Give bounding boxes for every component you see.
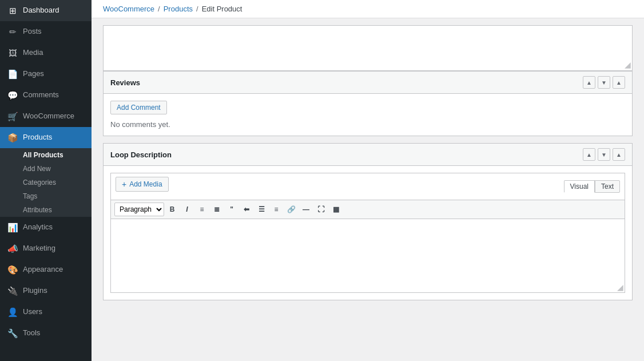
sidebar-label-appearance: Appearance: [23, 264, 63, 275]
loop-collapse-down[interactable]: ▼: [598, 148, 610, 161]
sidebar-label-tools: Tools: [23, 328, 40, 338]
products-submenu: All Products Add New Categories Tags Att…: [0, 148, 92, 217]
editor-content-area[interactable]: ◢: [110, 219, 625, 293]
woocommerce-icon: 🛒: [7, 110, 18, 122]
sidebar-label-marketing: Marketing: [23, 243, 55, 253]
add-media-icon: +: [122, 180, 126, 189]
toolbar-horizontal-rule[interactable]: —: [299, 203, 313, 216]
tab-text[interactable]: Text: [595, 180, 620, 193]
sidebar-item-appearance[interactable]: 🎨 Appearance: [0, 259, 92, 280]
resize-icon: ◢: [625, 60, 631, 69]
reviews-panel-title: Reviews: [110, 78, 581, 87]
sidebar-item-media[interactable]: 🖼 Media: [0, 42, 92, 64]
breadcrumb-current: Edit Product: [202, 5, 243, 13]
editor-toolbar: Paragraph B I ≡ ≣ " ⬅ ☰ ≡ 🔗 — ⛶ ▦: [110, 200, 625, 219]
add-media-button[interactable]: + Add Media: [116, 177, 169, 192]
sidebar-label-pages: Pages: [23, 69, 44, 79]
content-area: ◢ Reviews ▲ ▼ ▲ Add Comment No comments …: [92, 18, 644, 361]
loop-description-body: + Add Media Visual Text Paragraph B I ≡: [104, 166, 632, 300]
toolbar-table[interactable]: ▦: [329, 203, 343, 216]
toolbar-unordered-list[interactable]: ≡: [195, 203, 209, 216]
toolbar-align-right[interactable]: ≡: [269, 203, 283, 216]
posts-icon: ✏: [7, 26, 18, 38]
breadcrumb-sep-1: /: [158, 5, 160, 13]
paragraph-select[interactable]: Paragraph: [114, 203, 164, 216]
sidebar-label-comments: Comments: [23, 90, 59, 100]
reviews-collapse-up[interactable]: ▲: [583, 76, 595, 89]
editor-tabs: Visual Text: [564, 180, 620, 193]
sidebar-label-woocommerce: WooCommerce: [23, 111, 74, 121]
plugins-icon: 🔌: [7, 285, 18, 297]
toolbar-italic[interactable]: I: [180, 203, 194, 216]
sidebar-item-plugins[interactable]: 🔌 Plugins: [0, 280, 92, 302]
sidebar-item-dashboard[interactable]: ⊞ Dashboard: [0, 0, 92, 21]
analytics-icon: 📊: [7, 221, 18, 233]
sidebar-item-tools[interactable]: 🔧 Tools: [0, 323, 92, 344]
toolbar-blockquote[interactable]: ": [225, 203, 238, 216]
loop-minimize[interactable]: ▲: [613, 148, 625, 161]
users-icon: 👤: [7, 306, 18, 318]
pages-icon: 📄: [7, 68, 18, 80]
sidebar-label-plugins: Plugins: [23, 285, 47, 296]
tools-icon: 🔧: [7, 327, 18, 339]
products-icon: 📦: [7, 132, 18, 144]
loop-description-header: Loop Description ▲ ▼ ▲: [104, 144, 632, 166]
dashboard-icon: ⊞: [7, 5, 18, 17]
submenu-tags[interactable]: Tags: [0, 189, 92, 203]
sidebar: ⊞ Dashboard ✏ Posts 🖼 Media 📄 Pages 💬 Co…: [0, 0, 92, 361]
breadcrumb-woocommerce[interactable]: WooCommerce: [103, 5, 154, 13]
sidebar-item-analytics[interactable]: 📊 Analytics: [0, 217, 92, 238]
sidebar-item-posts[interactable]: ✏ Posts: [0, 21, 92, 42]
appearance-icon: 🎨: [7, 264, 18, 276]
submenu-attributes[interactable]: Attributes: [0, 203, 92, 217]
breadcrumb-sep-2: /: [196, 5, 198, 13]
main-content: WooCommerce / Products / Edit Product ◢ …: [92, 0, 644, 361]
marketing-icon: 📣: [7, 243, 18, 255]
sidebar-label-products: Products: [23, 132, 52, 142]
reviews-panel-header: Reviews ▲ ▼ ▲: [104, 72, 632, 94]
sidebar-item-marketing[interactable]: 📣 Marketing: [0, 238, 92, 259]
submenu-categories[interactable]: Categories: [0, 176, 92, 189]
sidebar-item-pages[interactable]: 📄 Pages: [0, 64, 92, 85]
sidebar-item-woocommerce[interactable]: 🛒 WooCommerce: [0, 106, 92, 127]
add-comment-label: Add Comment: [117, 104, 161, 112]
add-media-label: Add Media: [129, 180, 162, 188]
tab-visual[interactable]: Visual: [564, 180, 595, 193]
toolbar-align-left[interactable]: ⬅: [240, 203, 253, 216]
toolbar-align-center[interactable]: ☰: [255, 203, 268, 216]
breadcrumb: WooCommerce / Products / Edit Product: [92, 0, 644, 18]
no-comments-text: No comments yet.: [110, 120, 625, 129]
toolbar-fullscreen[interactable]: ⛶: [314, 203, 328, 216]
sidebar-label-analytics: Analytics: [23, 222, 53, 232]
resize-handle-icon: ◢: [617, 283, 623, 291]
sidebar-label-users: Users: [23, 307, 42, 317]
comments-icon: 💬: [7, 89, 18, 101]
sidebar-item-comments[interactable]: 💬 Comments: [0, 85, 92, 106]
toolbar-link[interactable]: 🔗: [284, 203, 298, 216]
add-media-row: + Add Media Visual Text: [110, 173, 625, 200]
sidebar-label-media: Media: [23, 47, 43, 58]
reviews-panel: Reviews ▲ ▼ ▲ Add Comment No comments ye…: [103, 71, 633, 136]
loop-description-title: Loop Description: [110, 150, 581, 159]
toolbar-bold[interactable]: B: [165, 203, 179, 216]
sidebar-label-dashboard: Dashboard: [23, 5, 59, 15]
loop-collapse-up[interactable]: ▲: [583, 148, 595, 161]
loop-description-panel: Loop Description ▲ ▼ ▲ + Add Media Visua…: [103, 143, 633, 300]
toolbar-ordered-list[interactable]: ≣: [210, 203, 224, 216]
reviews-collapse-down[interactable]: ▼: [598, 76, 610, 89]
reviews-minimize[interactable]: ▲: [613, 76, 625, 89]
breadcrumb-products[interactable]: Products: [164, 5, 193, 13]
media-icon: 🖼: [7, 47, 18, 59]
top-textarea-panel: ◢: [103, 25, 633, 71]
sidebar-item-products[interactable]: 📦 Products: [0, 127, 92, 148]
sidebar-label-posts: Posts: [23, 26, 42, 37]
add-comment-button[interactable]: Add Comment: [110, 101, 167, 114]
reviews-panel-body: Add Comment No comments yet.: [104, 94, 632, 136]
sidebar-item-users[interactable]: 👤 Users: [0, 302, 92, 323]
submenu-add-new[interactable]: Add New: [0, 162, 92, 176]
submenu-all-products[interactable]: All Products: [0, 148, 92, 162]
